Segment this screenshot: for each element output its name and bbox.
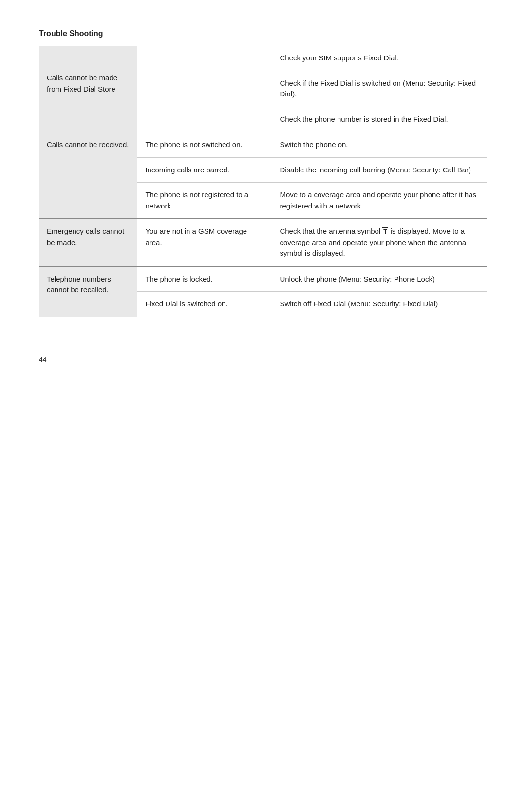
solution-label: Check the phone number is stored in the … — [280, 115, 448, 123]
cause-label: The phone is not switched on. — [145, 140, 242, 149]
cause-label: Incoming calls are barred. — [145, 166, 229, 174]
solution-label: Unlock the phone (Menu: Security: Phone … — [280, 275, 435, 283]
page-number: 44 — [39, 356, 487, 363]
cause-label: Fixed Dial is switched on. — [145, 300, 227, 308]
solution-label: Check if the Fixed Dial is switched on (… — [280, 79, 476, 98]
solution-label: Check that the antenna symbol T is displ… — [280, 227, 466, 257]
page-title: Trouble Shooting — [39, 29, 487, 38]
problem-label: Calls cannot be received. — [47, 140, 129, 149]
problem-label: Calls cannot be made from Fixed Dial Sto… — [47, 74, 117, 93]
table-row: Emergency calls cannot be made. You are … — [39, 219, 487, 266]
antenna-symbol: T — [382, 227, 388, 236]
table-row: Calls cannot be received. The phone is n… — [39, 132, 487, 157]
table-row: Telephone numbers cannot be recalled. Th… — [39, 266, 487, 292]
solution-label: Switch the phone on. — [280, 140, 348, 149]
solution-label: Disable the incoming call barring (Menu:… — [280, 166, 471, 174]
problem-label: Emergency calls cannot be made. — [47, 227, 124, 246]
solution-label: Move to a coverage area and operate your… — [280, 190, 476, 210]
problem-label: Telephone numbers cannot be recalled. — [47, 275, 111, 294]
trouble-shooting-table: Calls cannot be made from Fixed Dial Sto… — [39, 46, 487, 317]
cause-label: You are not in a GSM coverage area. — [145, 227, 247, 246]
table-row: Calls cannot be made from Fixed Dial Sto… — [39, 46, 487, 71]
cause-label: The phone is locked. — [145, 275, 212, 283]
solution-label: Switch off Fixed Dial (Menu: Security: F… — [280, 300, 438, 308]
cause-label: The phone is not registered to a network… — [145, 190, 248, 210]
solution-label: Check your SIM supports Fixed Dial. — [280, 54, 398, 62]
